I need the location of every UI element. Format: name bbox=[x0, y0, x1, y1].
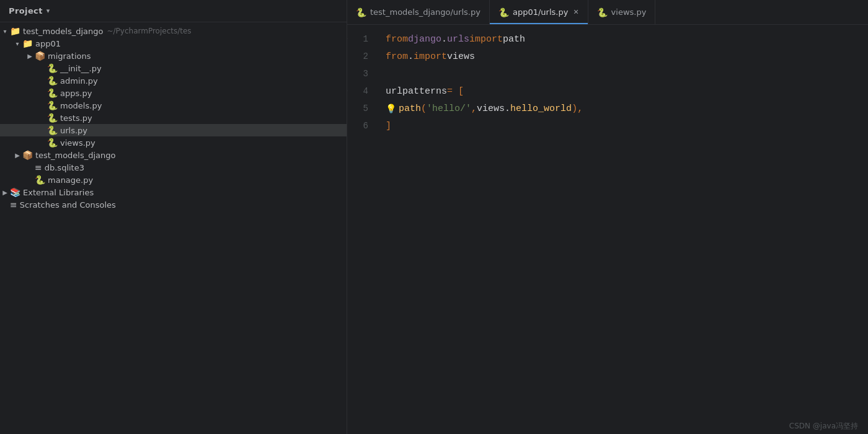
code-line-4[interactable]: urlpatterns = [ bbox=[386, 83, 868, 100]
python-tab-icon: 🐍 bbox=[498, 7, 509, 17]
fold-arrow[interactable]: ▾ bbox=[347, 35, 348, 45]
sidebar: Project ▾ ▾ 📁 test_models_django ~/Pycha… bbox=[0, 0, 347, 434]
ext-libs-icon: 📚 bbox=[10, 187, 20, 197]
tree-item-db[interactable]: ≡ db.sqlite3 bbox=[0, 161, 347, 174]
folder-icon: 📁 bbox=[10, 26, 20, 36]
tree-item-label: db.sqlite3 bbox=[45, 163, 84, 172]
python-tab-icon: 🐍 bbox=[356, 7, 366, 17]
python-icon: 🐍 bbox=[47, 76, 58, 86]
tree-item-label: app01 bbox=[35, 39, 61, 48]
tree-item-label: manage.py bbox=[48, 175, 93, 185]
sidebar-chevron-icon[interactable]: ▾ bbox=[46, 7, 50, 15]
path-hint: ~/PycharmProjects/tes bbox=[107, 27, 192, 35]
line-number-2: 2 bbox=[347, 48, 373, 66]
tree-item-root[interactable]: ▾ 📁 test_models_django ~/PycharmProjects… bbox=[0, 25, 347, 37]
line-number-1: ▾1 bbox=[347, 31, 373, 48]
tree-item-scratches[interactable]: ≡ Scratches and Consoles bbox=[0, 198, 347, 211]
tree-item-label: views.py bbox=[60, 138, 95, 148]
python-icon: 🐍 bbox=[47, 113, 58, 123]
tree-item-label: test_models_django bbox=[23, 27, 104, 36]
tab-label: test_models_django/urls.py bbox=[370, 7, 480, 17]
python-icon: 🐍 bbox=[35, 175, 45, 185]
tree-item-label: External Libraries bbox=[23, 188, 94, 197]
tree-item-label: admin.py bbox=[60, 76, 98, 86]
tree-item-admin[interactable]: 🐍 admin.py bbox=[0, 74, 347, 87]
tree-item-test_models_django_sub[interactable]: ▶ 📦 test_models_django bbox=[0, 149, 347, 161]
code-content[interactable]: from django.urls import pathfrom . impor… bbox=[379, 25, 868, 434]
tree-arrow: ▾ bbox=[12, 40, 22, 47]
db-icon: ≡ bbox=[35, 162, 42, 172]
tree-item-label: __init__.py bbox=[60, 64, 102, 73]
watermark: CSDN @java冯坚持 bbox=[779, 418, 868, 434]
python-icon: 🐍 bbox=[47, 125, 58, 135]
line-numbers: ▾123▾456 bbox=[347, 25, 379, 434]
tree-arrow: ▶ bbox=[12, 152, 22, 159]
python-icon: 🐍 bbox=[47, 88, 58, 98]
tab-close-icon[interactable]: ✕ bbox=[573, 8, 578, 16]
tree-item-label: Scratches and Consoles bbox=[20, 200, 116, 210]
tree-arrow: ▾ bbox=[0, 28, 10, 35]
tree-item-label: tests.py bbox=[60, 113, 92, 123]
python-tab-icon: 🐍 bbox=[597, 7, 608, 17]
python-icon: 🐍 bbox=[47, 100, 58, 110]
folder-pkg-icon: 📦 bbox=[35, 51, 45, 61]
editor-area: 🐍 test_models_django/urls.py 🐍 app01/url… bbox=[347, 0, 868, 434]
tab-label: app01/urls.py bbox=[513, 7, 568, 17]
sidebar-title: Project bbox=[9, 6, 43, 16]
line-number-3: 3 bbox=[347, 66, 373, 83]
tree-arrow: ▶ bbox=[25, 53, 35, 60]
line-number-6: 6 bbox=[347, 118, 373, 135]
tree-item-urls[interactable]: 🐍 urls.py bbox=[0, 124, 347, 136]
tab-tab3[interactable]: 🐍 views.py bbox=[588, 0, 656, 24]
tree-item-label: urls.py bbox=[60, 126, 87, 135]
code-line-6[interactable]: ] bbox=[386, 118, 868, 135]
fold-arrow[interactable]: ▾ bbox=[347, 87, 348, 97]
tree-arrow: ▶ bbox=[0, 189, 10, 196]
tab-tab2[interactable]: 🐍 app01/urls.py ✕ bbox=[490, 0, 588, 24]
tree-item-apps[interactable]: 🐍 apps.py bbox=[0, 87, 347, 99]
tree-item-views[interactable]: 🐍 views.py bbox=[0, 136, 347, 149]
tree-item-manage[interactable]: 🐍 manage.py bbox=[0, 174, 347, 186]
tab-label: views.py bbox=[611, 7, 647, 17]
python-icon: 🐍 bbox=[47, 63, 58, 73]
tab-tab1[interactable]: 🐍 test_models_django/urls.py bbox=[347, 0, 490, 24]
tree-item-models[interactable]: 🐍 models.py bbox=[0, 99, 347, 112]
code-line-2[interactable]: from . import views bbox=[386, 48, 868, 66]
tree-item-ext_libs[interactable]: ▶ 📚 External Libraries bbox=[0, 186, 347, 198]
tree-item-tests[interactable]: 🐍 tests.py bbox=[0, 112, 347, 124]
hint-bulb-icon: 💡 bbox=[386, 102, 396, 116]
tab-bar: 🐍 test_models_django/urls.py 🐍 app01/url… bbox=[347, 0, 868, 25]
code-line-3[interactable] bbox=[386, 66, 868, 83]
scratches-icon: ≡ bbox=[10, 200, 17, 210]
python-icon: 🐍 bbox=[47, 138, 58, 148]
tree-item-init[interactable]: 🐍 __init__.py bbox=[0, 62, 347, 74]
tree-item-label: migrations bbox=[48, 51, 91, 61]
folder-icon: 📁 bbox=[22, 38, 33, 48]
code-line-1[interactable]: from django.urls import path bbox=[386, 31, 868, 48]
code-editor: ▾123▾456 from django.urls import pathfro… bbox=[347, 25, 868, 434]
tree-item-label: models.py bbox=[60, 101, 102, 110]
sidebar-header[interactable]: Project ▾ bbox=[0, 0, 347, 22]
folder-pkg-icon: 📦 bbox=[22, 150, 33, 160]
tree-item-app01[interactable]: ▾ 📁 app01 bbox=[0, 37, 347, 50]
file-tree: ▾ 📁 test_models_django ~/PycharmProjects… bbox=[0, 22, 347, 434]
tree-item-label: apps.py bbox=[60, 89, 92, 98]
code-line-5[interactable]: 💡 path('hello/', views.hello_world), bbox=[386, 100, 868, 118]
tree-item-migrations[interactable]: ▶ 📦 migrations bbox=[0, 50, 347, 62]
tree-item-label: test_models_django bbox=[35, 151, 116, 160]
line-number-5: 5 bbox=[347, 100, 373, 118]
line-number-4: ▾4 bbox=[347, 83, 373, 100]
